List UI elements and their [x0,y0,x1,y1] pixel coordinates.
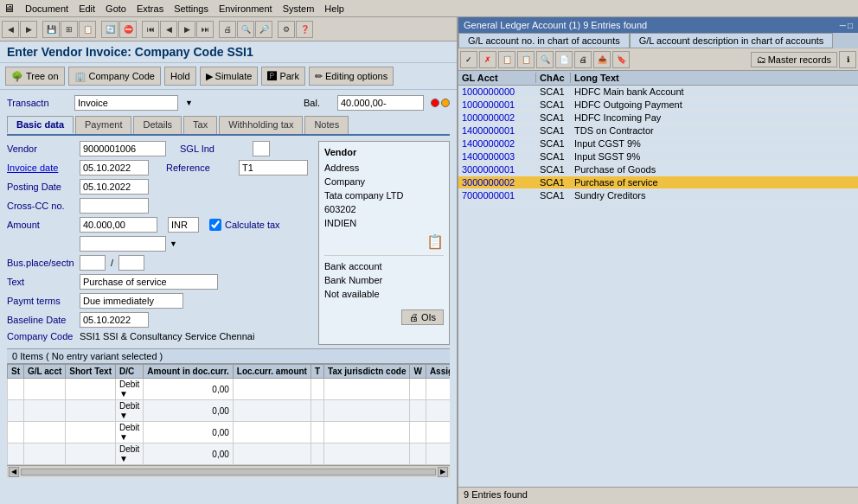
currency-input[interactable] [168,217,199,233]
sgl-ind-input[interactable] [253,141,270,156]
rp-check-icon[interactable]: ✓ [460,51,477,68]
tree-on-button[interactable]: 🌳 Tree on [5,67,65,86]
rp-tab-gl-no[interactable]: G/L account no. in chart of accounts [458,33,630,48]
rp-clipboard1-icon[interactable]: 📋 [498,51,515,68]
rp-info-icon[interactable]: ℹ [839,51,856,68]
gl-long-1: HDFC Outgoing Payment [571,99,858,110]
cross-cc-input[interactable] [80,198,149,214]
shortcut-icon[interactable]: ⊞ [61,21,78,38]
posting-date-input[interactable] [80,179,149,195]
rp-clipboard2-icon[interactable]: 📋 [517,51,535,68]
hold-button[interactable]: Hold [164,67,196,86]
menu-system[interactable]: System [283,3,315,14]
rp-export-icon[interactable]: 📤 [593,51,611,68]
vendor-input[interactable] [80,141,166,156]
table-row[interactable]: Debit ▼ 0,00 [8,400,451,422]
nav2-icon[interactable]: ◀ [160,21,177,38]
bal-input[interactable] [337,95,424,111]
edit-icon: ✏ [315,71,323,82]
baseline-date-input[interactable] [80,312,149,328]
menu-document[interactable]: Document [25,3,68,14]
row3-tax [324,422,410,443]
vendor-label: Vendor [7,144,76,154]
rp-tab-gl-desc[interactable]: G/L account description in chart of acco… [630,33,834,48]
gl-row-7[interactable]: 3000000002 SCA1 Purchase of service [458,176,858,189]
table-row[interactable]: Debit ▼ 0,00 [8,379,451,400]
gl-table-header: GL Acct ChAc Long Text [458,71,858,86]
col-amount-doc: Amount in doc.curr. [144,365,233,379]
text-input[interactable] [80,274,218,290]
cmd-icon[interactable]: 📋 [79,21,96,38]
tab-basic-data[interactable]: Basic data [7,116,74,134]
company-code-button[interactable]: 🏢 Company Code [68,67,161,86]
nav1-icon[interactable]: ⏮ [142,21,159,38]
find-next-icon[interactable]: 🔎 [255,21,272,38]
table-row[interactable]: Debit ▼ 0,00 [8,443,451,465]
simulate-button[interactable]: ▶ Simulate [200,67,259,86]
scroll-left[interactable]: ◀ [9,467,19,477]
back-icon[interactable]: ◀ [2,21,19,38]
bus-place-input1[interactable] [80,255,106,271]
tab-notes[interactable]: Notes [304,116,349,134]
rp-bookmark-icon[interactable]: 🔖 [612,51,630,68]
settings-icon[interactable]: ⚙ [278,21,295,38]
help-icon[interactable]: ❓ [296,21,313,38]
tab-withholding-tax[interactable]: Withholding tax [219,116,303,134]
gl-acct-1: 1000000001 [458,99,536,110]
find-icon[interactable]: 🔍 [237,21,254,38]
gl-row-4[interactable]: 1400000002 SCA1 Input CGST 9% [458,137,858,150]
forward-icon[interactable]: ▶ [20,21,37,38]
nav4-icon[interactable]: ⏭ [196,21,214,38]
table-row[interactable]: Debit ▼ 0,00 [8,422,451,443]
refresh-icon[interactable]: 🔄 [101,21,118,38]
print-icon[interactable]: 🖨 [219,21,236,38]
menu-edit[interactable]: Edit [79,3,95,14]
maximize-icon[interactable]: □ [848,21,853,30]
gl-row-0[interactable]: 1000000000 SCA1 HDFC Main bank Account [458,86,858,99]
menu-extras[interactable]: Extras [137,3,163,14]
gl-chac-3: SCA1 [536,125,571,136]
master-records-button[interactable]: 🗂 Master records [751,52,837,67]
gl-row-8[interactable]: 7000000001 SCA1 Sundry Creditors [458,189,858,202]
transactn-dropdown-icon[interactable]: ▼ [185,99,193,107]
gl-row-2[interactable]: 1000000002 SCA1 HDFC Incoming Pay [458,112,858,124]
scroll-right[interactable]: ▶ [438,467,448,477]
transactn-input[interactable] [74,95,178,111]
invoice-date-input[interactable] [80,160,149,175]
traffic-light [431,99,450,107]
col-tax-jurisdictn: Tax jurisdictn code [324,365,410,379]
tab-payment[interactable]: Payment [75,116,131,134]
gl-acct-3: 1400000001 [458,125,536,136]
extra-dropdown-icon[interactable]: ▼ [170,239,177,248]
paymt-terms-input[interactable] [80,293,183,309]
invoice-date-row: Invoice date Reference [7,160,308,175]
minimize-icon[interactable]: ─ [840,21,846,30]
park-button[interactable]: 🅿 Park [261,67,305,86]
menu-help[interactable]: Help [324,3,344,14]
menu-goto[interactable]: Goto [106,3,126,14]
tab-details[interactable]: Details [133,116,182,134]
h-scrollbar[interactable]: ◀ ▶ [7,465,450,477]
bus-place-input2[interactable] [118,255,144,271]
rp-find-icon[interactable]: 🔍 [536,51,554,68]
save-icon[interactable]: 💾 [42,21,60,38]
rp-print-icon[interactable]: 🖨 [574,51,592,68]
calculate-tax-checkbox[interactable] [209,219,221,231]
gl-row-5[interactable]: 1400000003 SCA1 Input SGST 9% [458,150,858,163]
stop-icon[interactable]: ⛔ [119,21,137,38]
rp-doc-icon[interactable]: 📄 [555,51,573,68]
gl-chac-1: SCA1 [536,99,571,110]
editing-options-button[interactable]: ✏ Editing options [309,67,394,86]
rp-cross-icon[interactable]: ✗ [479,51,496,68]
amount-input[interactable] [80,217,157,233]
gl-row-3[interactable]: 1400000001 SCA1 TDS on Contractor [458,124,858,137]
menu-environment[interactable]: Environment [219,3,272,14]
gl-row-1[interactable]: 1000000001 SCA1 HDFC Outgoing Payment [458,99,858,112]
reference-input[interactable] [239,160,308,175]
ols-button[interactable]: 🖨 OIs [401,309,444,325]
nav3-icon[interactable]: ▶ [178,21,195,38]
tab-tax[interactable]: Tax [183,116,217,134]
menu-settings[interactable]: Settings [174,3,208,14]
extra-input[interactable] [80,236,166,252]
gl-row-6[interactable]: 3000000001 SCA1 Purchase of Goods [458,163,858,176]
